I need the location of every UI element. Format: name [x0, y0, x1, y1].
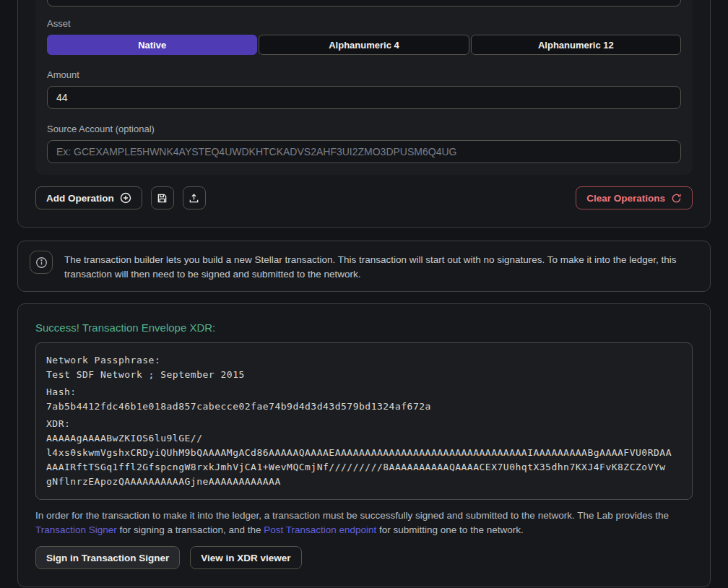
post-transaction-endpoint-link[interactable]: Post Transaction endpoint [264, 524, 376, 535]
source-account-field: Source Account (optional) [47, 124, 681, 163]
network-passphrase-label: Network Passphrase: [46, 353, 682, 368]
network-passphrase-value: Test SDF Network ; September 2015 [46, 368, 682, 382]
builder-info-note: The transaction builder lets you build a… [17, 241, 711, 292]
asset-option-native[interactable]: Native [47, 35, 257, 55]
instructions-part2: for signing a transaction, and the [117, 524, 264, 535]
success-card: Success! Transaction Envelope XDR: Netwo… [17, 303, 711, 587]
add-operation-button[interactable]: Add Operation [35, 186, 142, 209]
xdr-value-line: l4xs0skwmVgshxCRDyiQUhM9bQAAAAMgACd86AAA… [46, 446, 682, 460]
rotate-icon [671, 193, 682, 204]
submit-instructions: In order for the transaction to make it … [35, 509, 693, 537]
network-passphrase-section: Network Passphrase: Test SDF Network ; S… [46, 353, 682, 382]
source-account-label: Source Account (optional) [47, 124, 681, 134]
previous-field-input[interactable] [47, 0, 681, 7]
clear-operations-label: Clear Operations [586, 193, 665, 204]
asset-type-segmented-control: Native Alphanumeric 4 Alphanumeric 12 [47, 35, 681, 55]
source-account-input[interactable] [47, 140, 681, 163]
sign-in-transaction-signer-button[interactable]: Sign in Transaction Signer [35, 546, 180, 569]
share-operations-button[interactable] [183, 186, 206, 209]
operations-card: Asset Native Alphanumeric 4 Alphanumeric… [17, 0, 711, 228]
xdr-label: XDR: [46, 417, 682, 431]
hash-label: Hash: [46, 385, 682, 399]
info-circle-icon [30, 251, 53, 274]
amount-field: Amount [47, 69, 681, 109]
transaction-signer-link[interactable]: Transaction Signer [35, 524, 117, 535]
view-in-xdr-viewer-button[interactable]: View in XDR viewer [190, 546, 301, 569]
info-note-text: The transaction builder lets you build a… [64, 251, 698, 282]
success-heading: Success! Transaction Envelope XDR: [35, 321, 693, 334]
save-operations-button[interactable] [151, 186, 174, 209]
xdr-code-block: Network Passphrase: Test SDF Network ; S… [35, 342, 693, 500]
instructions-part3: for submitting one to the network. [376, 524, 523, 535]
upload-icon [188, 193, 199, 204]
amount-input[interactable] [47, 86, 681, 109]
add-operation-label: Add Operation [46, 193, 114, 204]
success-actions: Sign in Transaction Signer View in XDR v… [35, 546, 693, 569]
xdr-value-line: AAAAAgAAAABwZKIOS6lu9lGE// [46, 431, 682, 446]
clear-operations-button[interactable]: Clear Operations [576, 186, 693, 209]
xdr-value-line: AAAIRftTSGq1ffl2GfspcngW8rxkJmhVjCA1+Wev… [46, 460, 682, 475]
asset-option-alphanumeric-12[interactable]: Alphanumeric 12 [471, 35, 681, 55]
instructions-part1: In order for the transaction to make it … [35, 510, 669, 521]
asset-label: Asset [47, 18, 681, 29]
asset-field: Asset Native Alphanumeric 4 Alphanumeric… [47, 18, 681, 55]
hash-section: Hash: 7ab5b4412fdc46b1e018ad857cabecce02… [46, 385, 682, 414]
hash-value: 7ab5b4412fdc46b1e018ad857cabecce02fae74b… [46, 399, 682, 414]
operations-toolbar: Add Operation [35, 186, 693, 209]
plus-circle-icon [120, 192, 131, 204]
asset-option-alphanumeric-4[interactable]: Alphanumeric 4 [259, 35, 469, 55]
amount-label: Amount [47, 69, 681, 80]
xdr-section: XDR: AAAAAgAAAABwZKIOS6lu9lGE// l4xs0skw… [46, 417, 682, 489]
xdr-value-line: gNflnrzEApozQAAAAAAAAAAGjneAAAAAAAAAAAA [46, 475, 682, 489]
operation-panel: Asset Native Alphanumeric 4 Alphanumeric… [35, 0, 693, 175]
transaction-builder-page: Asset Native Alphanumeric 4 Alphanumeric… [0, 0, 728, 587]
save-icon [157, 193, 168, 204]
